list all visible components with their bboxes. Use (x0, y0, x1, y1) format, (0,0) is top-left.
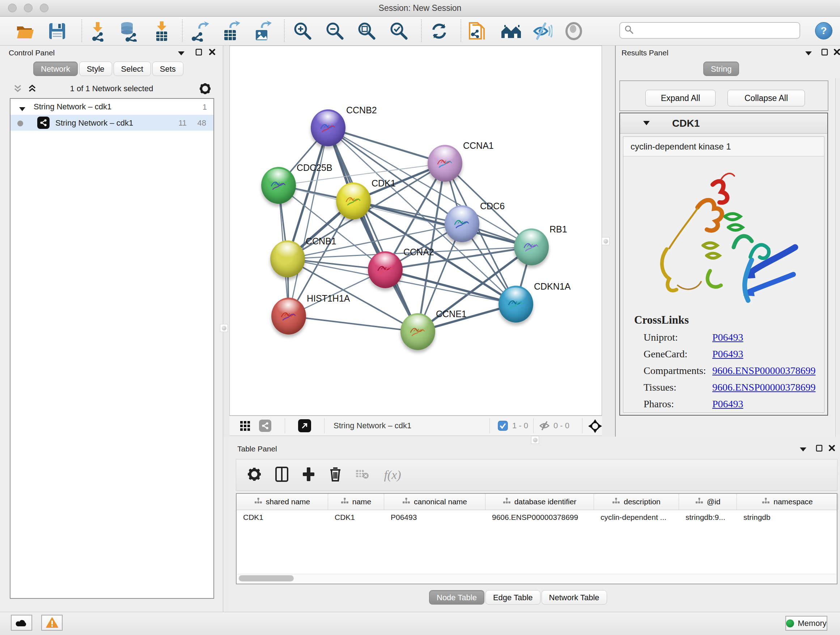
zoom-out-icon[interactable] (323, 19, 347, 43)
column-header-description[interactable]: description (594, 494, 679, 510)
detach-view-icon[interactable] (298, 419, 311, 432)
table-horizontal-scrollbar[interactable] (237, 574, 836, 583)
table-cell[interactable]: CDK1 (237, 510, 328, 524)
cloud-button[interactable] (11, 615, 32, 631)
zoom-fit-icon[interactable] (355, 19, 379, 43)
close-panel-icon[interactable] (209, 49, 216, 57)
column-header-canonical-name[interactable]: canonical name (384, 494, 485, 510)
float-panel-icon[interactable] (816, 445, 823, 453)
column-header-database-identifier[interactable]: database identifier (485, 494, 594, 510)
crosslink-value-link[interactable]: P06493 (712, 332, 744, 343)
node-CDKN1A[interactable] (499, 286, 533, 323)
edge-CCNB2-CCNA1[interactable] (328, 128, 445, 163)
node-RB1[interactable] (514, 228, 549, 265)
import-database-icon[interactable] (116, 19, 140, 43)
node-table[interactable]: shared namenamecanonical namedatabase id… (236, 493, 837, 584)
network-collection-row[interactable]: String Network – cdk1 1 (11, 99, 213, 115)
node-CCNB1[interactable] (270, 241, 305, 277)
tab-network[interactable]: Network (33, 62, 78, 76)
warnings-button[interactable] (41, 615, 63, 631)
node-HIST1H1A[interactable] (271, 298, 306, 334)
network-from-file-icon[interactable] (465, 19, 489, 43)
panel-menu-icon[interactable] (178, 51, 185, 57)
node-CDK1[interactable] (336, 182, 371, 219)
splitter-grip[interactable] (602, 237, 609, 245)
table-cell[interactable]: stringdb (737, 510, 838, 524)
network-row-selected[interactable]: String Network – cdk1 11 48 (11, 115, 213, 131)
tab-style[interactable]: Style (79, 62, 112, 76)
memory-button[interactable]: Memory (785, 616, 827, 631)
current-network-dot-icon[interactable] (17, 119, 24, 129)
close-panel-icon[interactable] (829, 445, 836, 453)
select-columns-icon[interactable] (275, 467, 288, 483)
show-eye-icon[interactable] (562, 19, 586, 43)
refresh-icon[interactable] (427, 19, 451, 43)
crosslink-value-link[interactable]: P06493 (712, 348, 744, 360)
open-session-icon[interactable] (13, 19, 37, 43)
edge-CCNB2-HIST1H1A[interactable] (289, 128, 328, 316)
float-panel-icon[interactable] (821, 49, 829, 57)
tab-string[interactable]: String (703, 62, 739, 76)
results-scrollbar[interactable] (835, 78, 840, 437)
tab-node-table[interactable]: Node Table (429, 590, 485, 605)
column-header--id[interactable]: @id (679, 494, 737, 510)
panel-menu-icon[interactable] (800, 447, 806, 453)
table-cell[interactable]: cyclin-dependent ... (594, 510, 679, 524)
right-splitter[interactable] (602, 46, 615, 437)
export-table-icon[interactable] (218, 19, 242, 43)
search-input[interactable] (634, 25, 799, 35)
add-column-icon[interactable] (302, 467, 315, 483)
edge-HIST1H1A-CCNE1[interactable] (289, 316, 418, 332)
protein-entry-header[interactable]: CDK1 (620, 113, 827, 134)
export-network-icon[interactable] (187, 19, 211, 43)
export-image-icon[interactable] (250, 19, 274, 43)
network-canvas[interactable]: CCNB2CCNA1CDC25BCDK1CDC6RB1CCNB1CCNA2CDK… (229, 46, 602, 416)
expand-all-button[interactable]: Expand All (645, 90, 715, 106)
selected-checkbox-icon[interactable] (498, 421, 508, 432)
import-table-icon[interactable] (150, 19, 174, 43)
grid-view-icon[interactable] (240, 420, 251, 433)
tab-select[interactable]: Select (114, 62, 151, 76)
import-network-icon[interactable] (86, 19, 110, 43)
table-cell[interactable]: P06493 (384, 510, 485, 524)
node-CDC25B[interactable] (261, 167, 296, 204)
splitter-grip[interactable] (220, 324, 228, 332)
tab-network-table[interactable]: Network Table (542, 590, 607, 605)
hide-selected-icon[interactable] (531, 19, 554, 43)
tab-edge-table[interactable]: Edge Table (485, 590, 540, 605)
panel-menu-icon[interactable] (805, 51, 812, 57)
horizontal-splitter-grip[interactable] (531, 436, 539, 444)
birdseye-view-icon[interactable] (588, 419, 602, 434)
tab-sets[interactable]: Sets (152, 62, 183, 76)
gear-icon[interactable] (200, 83, 210, 96)
collapse-triangle-icon[interactable] (19, 104, 25, 114)
search-field[interactable] (619, 22, 800, 39)
node-CCNA2[interactable] (368, 251, 403, 288)
share-view-icon[interactable] (259, 420, 271, 432)
collapse-triangle-icon[interactable] (643, 120, 650, 127)
table-cell[interactable]: 9606.ENSP00000378699 (485, 510, 594, 524)
delete-column-icon[interactable] (329, 467, 341, 483)
crosslink-value-link[interactable]: 9606.ENSP00000378699 (712, 382, 815, 393)
node-CCNA1[interactable] (428, 145, 462, 182)
column-header-name[interactable]: name (328, 494, 384, 510)
zoom-in-icon[interactable] (291, 19, 315, 43)
scrollbar-thumb[interactable] (239, 575, 294, 581)
node-CCNE1[interactable] (401, 313, 435, 350)
collapse-all-button[interactable]: Collapse All (728, 90, 805, 106)
column-header-shared-name[interactable]: shared name (237, 494, 328, 510)
hidden-eye-icon[interactable] (539, 421, 550, 432)
table-cell[interactable]: stringdb:9... (679, 510, 737, 524)
float-panel-icon[interactable] (195, 49, 202, 57)
home-icon[interactable] (499, 19, 523, 43)
node-CDC6[interactable] (445, 205, 479, 242)
column-header-namespace[interactable]: namespace (737, 494, 838, 510)
left-splitter[interactable] (223, 46, 229, 437)
gear-icon[interactable] (248, 468, 261, 482)
help-button[interactable]: ? (815, 22, 832, 40)
table-row[interactable]: CDK1CDK1P064939606.ENSP00000378699cyclin… (237, 510, 837, 524)
node-CCNB2[interactable] (311, 109, 346, 146)
save-session-icon[interactable] (45, 19, 69, 43)
table-cell[interactable]: CDK1 (328, 510, 384, 524)
close-panel-icon[interactable] (834, 49, 840, 57)
